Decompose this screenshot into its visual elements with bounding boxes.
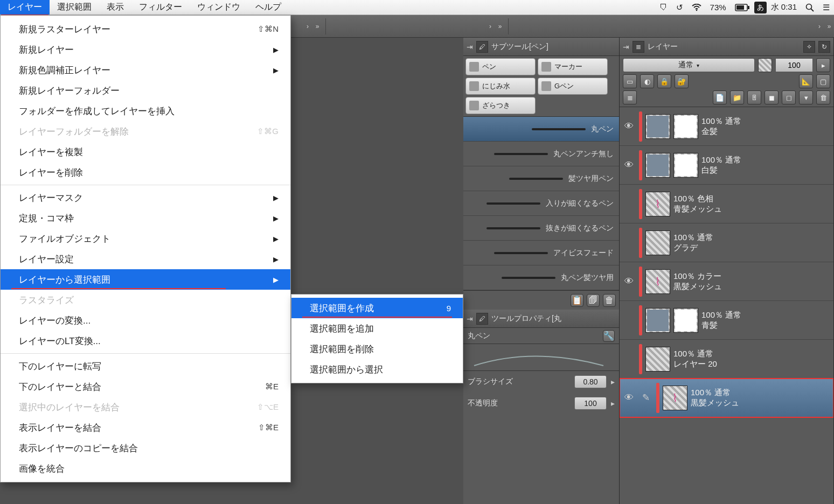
pen-row[interactable]: アイビスフェード bbox=[463, 241, 619, 265]
menu-item[interactable]: レイヤーのLT変換... bbox=[1, 331, 290, 351]
brush-curve[interactable] bbox=[463, 344, 619, 371]
menu-item[interactable]: レイヤーから選択範囲▶ bbox=[1, 269, 290, 290]
subtool-button[interactable]: Gペン bbox=[538, 78, 608, 95]
toolprop-value[interactable]: 100 bbox=[574, 397, 607, 410]
menu-item[interactable]: レイヤーを複製 bbox=[1, 142, 290, 162]
collapse-icon[interactable]: ⇥ bbox=[467, 43, 473, 51]
toolprop-value[interactable]: 0.80 bbox=[574, 375, 607, 388]
menu-item[interactable]: ファイルオブジェクト▶ bbox=[1, 228, 290, 249]
trash-icon[interactable]: 🗑 bbox=[816, 90, 830, 104]
layer-item[interactable]: 100％ 通常レイヤー 20 bbox=[620, 340, 833, 379]
clipboard-icon[interactable]: 📋 bbox=[571, 294, 583, 307]
visibility-toggle[interactable]: 👁 bbox=[622, 160, 636, 171]
menubar-item-view[interactable]: 表示 bbox=[99, 0, 131, 15]
visibility-toggle[interactable]: 👁 bbox=[622, 276, 636, 287]
subtool-button[interactable]: マーカー bbox=[538, 58, 608, 75]
new-layer-icon[interactable]: 📄 bbox=[713, 90, 727, 104]
spotlight-icon[interactable] bbox=[801, 3, 818, 12]
menu-item[interactable]: 新規レイヤー▶ bbox=[1, 39, 290, 60]
mask-icon[interactable]: ◐ bbox=[640, 74, 654, 88]
subtool-button[interactable]: にじみ水 bbox=[465, 78, 536, 95]
menu-item[interactable]: レイヤーマスク▶ bbox=[1, 187, 290, 208]
layer-item[interactable]: 👁100％ 通常白髪 bbox=[620, 146, 833, 185]
pen-row[interactable]: 丸ペン髪ツヤ用 bbox=[463, 265, 619, 290]
toolprop-tab[interactable]: ⇥ 🖊 ツールプロパティ[丸 bbox=[463, 310, 619, 328]
chevron-icon[interactable]: » bbox=[495, 23, 505, 30]
layer-item[interactable]: 👁100％ カラー黒髪メッシュ bbox=[620, 262, 833, 301]
duplicate-icon[interactable]: 🗐 bbox=[587, 294, 600, 307]
pen-row[interactable]: 入りが細くなるペン bbox=[463, 191, 619, 216]
submenu-item[interactable]: 選択範囲を作成9 bbox=[291, 298, 463, 318]
layer-item[interactable]: 100％ 色相青髪メッシュ bbox=[620, 185, 833, 223]
subtool-button[interactable]: ペン bbox=[465, 58, 536, 75]
history-icon[interactable]: ↻ bbox=[818, 41, 830, 53]
menu-item[interactable]: 新規色調補正レイヤー▶ bbox=[1, 60, 290, 80]
menu-item[interactable]: 新規ラスターレイヤー⇧⌘N bbox=[1, 19, 290, 39]
menu-item[interactable]: 定規・コマ枠▶ bbox=[1, 208, 290, 228]
collapse-icon[interactable]: ⇥ bbox=[467, 314, 473, 323]
layer-stack-icon[interactable]: ≣ bbox=[623, 90, 637, 104]
layer-item[interactable]: 100％ 通常青髪 bbox=[620, 301, 833, 340]
battery-icon[interactable] bbox=[731, 4, 754, 11]
blend-mode-select[interactable]: 通常 ▾ bbox=[623, 58, 755, 72]
collapse-icon[interactable]: ⇥ bbox=[623, 43, 629, 51]
submenu-item[interactable]: 選択範囲を追加 bbox=[291, 318, 463, 339]
effects-icon[interactable]: ✧ bbox=[803, 41, 815, 53]
stepper-icon[interactable]: ▸ bbox=[611, 399, 615, 408]
menubar-item-filter[interactable]: フィルター bbox=[131, 0, 190, 15]
menu-extras-icon[interactable]: ☰ bbox=[818, 3, 834, 12]
layer-item[interactable]: 👁100％ 通常金髪 bbox=[620, 107, 833, 146]
menu-item[interactable]: レイヤーを削除 bbox=[1, 162, 290, 183]
opacity-stepper[interactable]: ▸ bbox=[816, 58, 830, 72]
pen-row[interactable]: 丸ペン bbox=[463, 117, 619, 142]
visibility-toggle[interactable]: 👁 bbox=[622, 121, 636, 132]
menu-item[interactable]: フォルダーを作成してレイヤーを挿入 bbox=[1, 101, 290, 121]
menu-item[interactable]: 下のレイヤーと結合⌘E bbox=[1, 376, 290, 397]
pen-row[interactable]: 丸ペンアンチ無し bbox=[463, 142, 619, 166]
menu-item[interactable]: 新規レイヤーフォルダー bbox=[1, 80, 290, 101]
menu-item[interactable]: 表示レイヤーを結合⇧⌘E bbox=[1, 417, 290, 438]
new-folder-icon[interactable]: 📁 bbox=[730, 90, 744, 104]
menu-item[interactable]: 下のレイヤーに転写 bbox=[1, 356, 290, 376]
submenu-item[interactable]: 選択範囲を削除 bbox=[291, 339, 463, 359]
wrench-icon[interactable]: 🔧 bbox=[603, 330, 615, 342]
lock-alpha-icon[interactable]: 🔐 bbox=[675, 74, 689, 88]
timemachine-icon[interactable]: ↺ bbox=[672, 3, 687, 12]
chevron-icon[interactable]: › bbox=[303, 23, 312, 30]
menu-item[interactable]: レイヤーの変換... bbox=[1, 310, 290, 331]
opacity-value[interactable]: 100 bbox=[775, 58, 813, 72]
layer-item[interactable]: 100％ 通常グラデ bbox=[620, 223, 833, 262]
pen-row[interactable]: 髪ツヤ用ペン bbox=[463, 166, 619, 191]
stepper-icon[interactable]: ▸ bbox=[611, 377, 615, 386]
visibility-toggle[interactable]: 👁 bbox=[622, 393, 636, 403]
pen-row[interactable]: 抜きが細くなるペン bbox=[463, 216, 619, 241]
shield-icon[interactable]: ⛉ bbox=[655, 3, 672, 12]
chevron-icon[interactable]: » bbox=[824, 23, 834, 30]
merge-icon[interactable]: ▾ bbox=[799, 90, 813, 104]
chevron-icon[interactable]: » bbox=[312, 23, 322, 30]
menubar-item-layer[interactable]: レイヤー bbox=[0, 0, 50, 15]
menubar-item-window[interactable]: ウィンドウ bbox=[190, 0, 248, 15]
submenu-item[interactable]: 選択範囲から選択 bbox=[291, 359, 463, 380]
menubar-item-help[interactable]: ヘルプ bbox=[248, 0, 289, 15]
subtool-tab[interactable]: ⇥ 🖊 サブツール[ペン] bbox=[463, 38, 619, 56]
chevron-icon[interactable]: › bbox=[815, 23, 824, 30]
ime-indicator[interactable]: あ bbox=[754, 2, 767, 13]
adjust-icon[interactable]: 🎚 bbox=[747, 90, 761, 104]
layer-tab[interactable]: ⇥ ≣ レイヤー ✧ ↻ bbox=[620, 38, 833, 56]
frame-icon[interactable]: ▢ bbox=[816, 74, 830, 88]
menubar-item-selection[interactable]: 選択範囲 bbox=[50, 0, 99, 15]
clip-icon[interactable]: ▭ bbox=[623, 74, 637, 88]
menu-item[interactable]: レイヤー設定▶ bbox=[1, 249, 290, 269]
trash-icon[interactable]: 🗑 bbox=[603, 294, 616, 307]
wifi-icon[interactable] bbox=[687, 4, 706, 11]
lock-icon[interactable]: 🔒 bbox=[657, 74, 671, 88]
menu-item[interactable]: 画像を統合 bbox=[1, 458, 290, 479]
menu-item[interactable]: 表示レイヤーのコピーを結合 bbox=[1, 438, 290, 458]
subtool-button[interactable]: ざらつき bbox=[465, 97, 536, 114]
chevron-icon[interactable]: › bbox=[485, 23, 495, 30]
mask-enable-icon[interactable]: ◻ bbox=[782, 90, 796, 104]
mask-add-icon[interactable]: ◼ bbox=[764, 90, 779, 104]
layer-item[interactable]: 👁✎100％ 通常黒髪メッシュ bbox=[620, 379, 833, 417]
ruler-icon[interactable]: 📐 bbox=[799, 74, 813, 88]
